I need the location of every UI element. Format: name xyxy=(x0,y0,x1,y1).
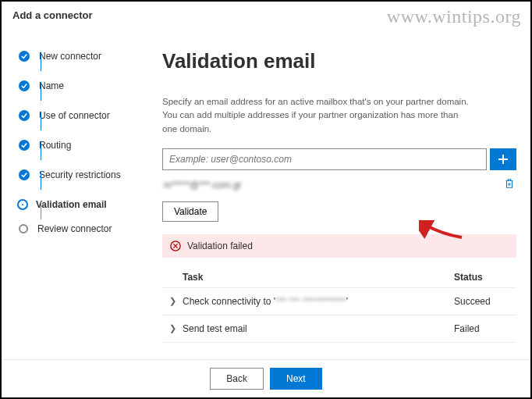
dialog-header: Add a connector xyxy=(2,2,530,27)
step-label: Validation email xyxy=(36,199,107,210)
table-row[interactable]: ❯ Send test email Failed xyxy=(162,315,516,343)
error-icon xyxy=(170,240,181,251)
check-icon xyxy=(19,80,30,91)
chevron-right-icon: ❯ xyxy=(162,296,183,306)
step-label: Review connector xyxy=(37,223,112,234)
step-label: New connector xyxy=(39,51,101,62)
step-security-restrictions[interactable]: Security restrictions xyxy=(19,160,150,190)
table-header: Task Status xyxy=(162,267,516,288)
next-button[interactable]: Next xyxy=(270,368,322,390)
chevron-right-icon: ❯ xyxy=(162,323,183,333)
validate-button[interactable]: Validate xyxy=(162,201,218,222)
task-status: Succeed xyxy=(454,296,516,307)
step-label: Name xyxy=(39,80,64,91)
check-icon xyxy=(19,169,30,180)
error-text: Validation failed xyxy=(187,240,253,251)
step-label: Security restrictions xyxy=(39,169,121,180)
step-validation-email[interactable]: Validation email xyxy=(19,190,150,219)
check-icon xyxy=(19,140,30,151)
task-status: Failed xyxy=(454,323,516,334)
check-icon xyxy=(19,110,30,121)
page-title: Validation email xyxy=(162,49,516,73)
validation-error-banner: Validation failed xyxy=(162,234,516,258)
page-description: Specify an email address for an active m… xyxy=(162,95,474,136)
plus-icon xyxy=(498,154,509,165)
step-review-connector[interactable]: Review connector xyxy=(19,219,150,238)
step-label: Use of connector xyxy=(39,110,110,121)
col-task: Task xyxy=(183,272,454,283)
trash-icon xyxy=(504,178,515,189)
task-name: Send test email xyxy=(183,323,454,334)
wizard-steps-sidebar: New connector Name Use of connector Rout… xyxy=(2,27,158,361)
main-panel: Validation email Specify an email addres… xyxy=(158,27,530,361)
step-new-connector[interactable]: New connector xyxy=(19,41,150,71)
table-row[interactable]: ❯ Check connectivity to '*** *** *******… xyxy=(162,288,516,315)
col-status: Status xyxy=(454,272,516,283)
validation-task-table: Task Status ❯ Check connectivity to '***… xyxy=(162,267,516,343)
current-step-icon xyxy=(19,201,27,208)
step-routing[interactable]: Routing xyxy=(19,130,150,160)
delete-button[interactable] xyxy=(504,178,515,192)
future-step-icon xyxy=(19,224,28,233)
dialog-footer: Back Next xyxy=(2,359,530,397)
task-name: Check connectivity to '*** *** *********… xyxy=(183,296,454,307)
step-name[interactable]: Name xyxy=(19,71,150,101)
add-button[interactable] xyxy=(490,148,516,170)
step-use-of-connector[interactable]: Use of connector xyxy=(19,101,150,130)
email-input[interactable] xyxy=(162,148,487,170)
step-label: Routing xyxy=(39,140,71,151)
added-email-text: m*****@***.com.gr xyxy=(164,180,242,191)
check-icon xyxy=(19,51,30,62)
dialog-title: Add a connector xyxy=(12,9,520,21)
back-button[interactable]: Back xyxy=(210,368,264,390)
